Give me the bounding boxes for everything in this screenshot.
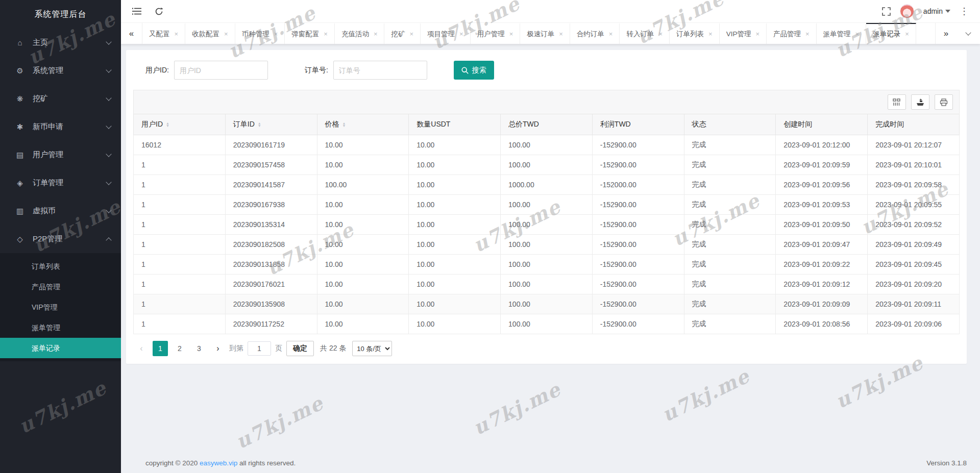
sidebar-item-新币申请[interactable]: ✱新币申请 — [0, 113, 121, 141]
sort-icon[interactable]: ▲▼ — [166, 122, 169, 127]
submenu-item-派单记录[interactable]: 派单记录 — [0, 338, 121, 358]
submenu-item-订单列表[interactable]: 订单列表 — [0, 256, 121, 277]
close-icon[interactable]: × — [374, 30, 378, 38]
close-icon[interactable]: × — [409, 30, 413, 38]
tab-订单列表[interactable]: 订单列表× — [670, 23, 720, 44]
submenu-item-产品管理[interactable]: 产品管理 — [0, 277, 121, 297]
tab-产品管理[interactable]: 产品管理× — [767, 23, 817, 44]
close-icon[interactable]: × — [905, 30, 909, 38]
page-size-select[interactable]: 10 条/页 — [352, 341, 392, 356]
table-cell: 2023090131858 — [225, 255, 317, 275]
tab-充值活动[interactable]: 充值活动× — [335, 23, 385, 44]
order-no-input[interactable] — [333, 61, 427, 80]
close-icon[interactable]: × — [805, 30, 810, 38]
tabs-dropdown-icon[interactable] — [957, 23, 980, 44]
column-header-状态: 状态 — [684, 114, 776, 135]
mining-icon: ❋ — [15, 94, 24, 104]
print-icon[interactable] — [935, 94, 953, 110]
sidebar-item-订单管理[interactable]: ◈订单管理 — [0, 169, 121, 197]
search-button[interactable]: 搜索 — [454, 61, 494, 80]
table-cell: 1 — [134, 215, 226, 235]
close-icon[interactable]: × — [755, 30, 760, 38]
close-icon[interactable]: × — [708, 30, 713, 38]
page-button-3[interactable]: 3 — [191, 341, 207, 356]
close-icon[interactable]: × — [175, 30, 179, 38]
tab-挖矿[interactable]: 挖矿× — [384, 23, 421, 44]
column-header-数量USDT: 数量USDT — [409, 114, 501, 135]
export-icon[interactable] — [911, 94, 929, 110]
close-icon[interactable]: × — [609, 30, 613, 38]
page-button-1[interactable]: 1 — [153, 341, 168, 356]
user-id-input[interactable] — [174, 61, 268, 80]
table-cell: 10.00 — [409, 275, 501, 294]
columns-icon[interactable] — [888, 94, 906, 110]
app-title: 系统管理后台 — [0, 0, 121, 29]
sort-icon[interactable]: ▲▼ — [258, 122, 261, 127]
tabs-scroll-left-icon[interactable]: « — [121, 23, 142, 44]
close-icon[interactable]: × — [658, 30, 663, 38]
table-cell: 16012 — [134, 135, 226, 155]
table-cell: 10.00 — [317, 235, 409, 255]
column-header-订单ID[interactable]: 订单ID▲▼ — [225, 114, 317, 135]
user-menu[interactable]: admin — [923, 7, 950, 15]
more-icon[interactable]: ⋮ — [960, 6, 969, 17]
avatar[interactable] — [900, 4, 914, 18]
tab-派单记录[interactable]: 派单记录× — [866, 23, 916, 44]
fullscreen-icon[interactable] — [882, 7, 891, 16]
sidebar-item-用户管理[interactable]: ▤用户管理 — [0, 141, 121, 169]
sidebar-item-虚拟币[interactable]: ▥虚拟币 — [0, 197, 121, 225]
table-cell: 2023-09-01 20:09:47 — [776, 235, 868, 255]
collapse-menu-icon[interactable] — [132, 7, 141, 15]
table-cell: 10.00 — [409, 294, 501, 314]
close-icon[interactable]: × — [509, 30, 513, 38]
jump-page-input[interactable] — [248, 341, 271, 356]
footer: copyright © 2020 easyweb.vip all rights … — [126, 459, 967, 473]
close-icon[interactable]: × — [274, 30, 278, 38]
sidebar-item-P2P管理[interactable]: ◇P2P管理 — [0, 225, 121, 253]
tab-用户管理[interactable]: 用户管理× — [471, 23, 521, 44]
submenu-item-派单管理[interactable]: 派单管理 — [0, 317, 121, 338]
footer-link[interactable]: easyweb.vip — [200, 459, 237, 467]
home-icon: ⌂ — [15, 38, 24, 47]
table-cell: 2023090117252 — [225, 314, 317, 334]
close-icon[interactable]: × — [559, 30, 563, 38]
prev-page-icon[interactable]: ‹ — [134, 341, 149, 356]
tab-派单管理[interactable]: 派单管理× — [817, 23, 867, 44]
sidebar-item-挖矿[interactable]: ❋挖矿 — [0, 85, 121, 113]
tab-弹窗配置[interactable]: 弹窗配置× — [285, 23, 335, 44]
tab-收款配置[interactable]: 收款配置× — [185, 23, 235, 44]
sidebar-item-系统管理[interactable]: ⚙系统管理 — [0, 57, 121, 85]
table-cell: 10.00 — [409, 155, 501, 175]
sort-icon[interactable]: ▲▼ — [342, 122, 346, 127]
table-cell: 1 — [134, 255, 226, 275]
table-cell: -152900.00 — [592, 195, 684, 215]
table-cell: 10.00 — [317, 294, 409, 314]
tab-合约订单[interactable]: 合约订单× — [570, 23, 620, 44]
tab-极速订单[interactable]: 极速订单× — [520, 23, 570, 44]
column-header-用户ID[interactable]: 用户ID▲▼ — [134, 114, 226, 135]
close-icon[interactable]: × — [224, 30, 228, 38]
column-header-价格[interactable]: 价格▲▼ — [317, 114, 409, 135]
page-button-2[interactable]: 2 — [172, 341, 187, 356]
table-cell: 10.00 — [317, 314, 409, 334]
table-row: 1202309013590810.0010.00100.00-152900.00… — [134, 294, 960, 314]
submenu-item-VIP管理[interactable]: VIP管理 — [0, 297, 121, 317]
tab-转入订单[interactable]: 转入订单× — [620, 23, 670, 44]
close-icon[interactable]: × — [459, 30, 463, 38]
sidebar-item-主页[interactable]: ⌂主页 — [0, 29, 121, 57]
jump-confirm-button[interactable]: 确定 — [286, 341, 314, 356]
next-page-icon[interactable]: › — [211, 341, 225, 356]
users-icon: ▤ — [15, 151, 24, 160]
tabs-scroll-right-icon[interactable]: » — [935, 23, 957, 44]
table-cell: 2023090135908 — [225, 294, 317, 314]
table-cell: 1 — [134, 235, 226, 255]
tab-币种管理[interactable]: 币种管理× — [235, 23, 285, 44]
refresh-icon[interactable] — [155, 7, 163, 16]
close-icon[interactable]: × — [324, 30, 328, 38]
close-icon[interactable]: × — [855, 30, 860, 38]
tab-又配置[interactable]: 又配置× — [142, 23, 185, 44]
chevron-down-icon — [106, 95, 111, 101]
table-row: 1202309013185810.0010.00100.00-152900.00… — [134, 255, 960, 275]
tab-VIP管理[interactable]: VIP管理× — [720, 23, 767, 44]
tab-项目管理[interactable]: 项目管理× — [421, 23, 471, 44]
